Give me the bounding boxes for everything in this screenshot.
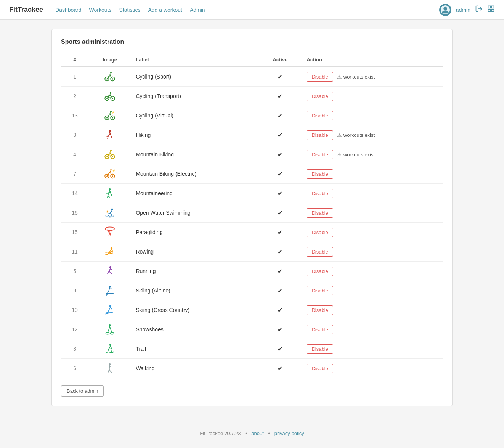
sport-icon-paragliding — [93, 226, 127, 238]
sport-action: Disable — [302, 300, 443, 320]
sport-id: 2 — [61, 87, 88, 106]
warning-icon: ⚠ — [337, 74, 342, 80]
main-content: Sports administration # Image Label Acti… — [42, 20, 462, 415]
sport-image — [88, 281, 131, 300]
disable-button[interactable]: Disable — [307, 286, 333, 295]
brand-logo[interactable]: FitTrackee — [9, 6, 43, 14]
sport-active: ✔ — [258, 125, 302, 145]
svg-point-37 — [111, 208, 113, 210]
sport-icon-hiking — [93, 129, 127, 141]
sport-label: Skiing (Cross Country) — [131, 300, 258, 320]
warning-icon: ⚠ — [337, 132, 342, 138]
sport-active: ✔ — [258, 339, 302, 359]
logout-icon[interactable] — [475, 5, 483, 14]
svg-point-36 — [109, 188, 111, 190]
svg-point-16 — [110, 92, 112, 93]
svg-text:⚡: ⚡ — [112, 111, 115, 114]
footer-dot-2: • — [268, 430, 270, 436]
disable-button[interactable]: Disable — [307, 228, 333, 237]
sport-action: Disable — [302, 359, 443, 378]
svg-point-44 — [109, 286, 111, 287]
sport-label: Trail — [131, 339, 258, 359]
sport-id: 9 — [61, 281, 88, 300]
sport-action: Disable — [302, 262, 443, 281]
nav-workouts[interactable]: Workouts — [89, 7, 112, 13]
disable-button[interactable]: Disable — [307, 344, 333, 354]
sport-image — [88, 67, 131, 87]
nav-add-workout[interactable]: Add a workout — [148, 7, 182, 13]
col-header-active: Active — [258, 53, 302, 67]
disable-button[interactable]: Disable — [307, 247, 333, 257]
sport-label: Mountain Biking — [131, 145, 258, 164]
sport-id: 7 — [61, 164, 88, 184]
username: admin — [456, 7, 470, 13]
sport-icon-open-water-swimming: ☀ — [93, 207, 127, 218]
disable-button[interactable]: Disable — [307, 169, 333, 179]
card-title: Sports administration — [61, 39, 443, 45]
disable-button[interactable]: Disable — [307, 325, 333, 334]
sport-action: Disable ⚠ workouts exist — [302, 125, 443, 145]
sport-active: ✔ — [258, 223, 302, 242]
svg-point-41 — [111, 247, 112, 249]
sport-active: ✔ — [258, 184, 302, 203]
disable-button[interactable]: Disable — [307, 267, 333, 276]
navbar-right: admin — [439, 4, 495, 16]
footer-version: v0.7.23 — [225, 430, 241, 436]
disable-button[interactable]: Disable — [307, 130, 333, 140]
table-row: 9 Skiing (Alpine) ✔ Disable — [61, 281, 443, 300]
sport-label: Cycling (Sport) — [131, 67, 258, 87]
svg-point-49 — [109, 344, 111, 346]
sport-label: Mountain Biking (Electric) — [131, 164, 258, 184]
sport-label: Cycling (Virtual) — [131, 106, 258, 125]
disable-button[interactable]: Disable — [307, 208, 333, 218]
sport-active: ✔ — [258, 359, 302, 378]
sport-action: Disable ⚠ workouts exist — [302, 145, 443, 164]
footer-privacy-link[interactable]: privacy policy — [274, 430, 304, 436]
sport-image — [88, 320, 131, 339]
disable-button[interactable]: Disable — [307, 150, 333, 159]
disable-button[interactable]: Disable — [307, 111, 333, 120]
disable-button[interactable]: Disable — [307, 189, 333, 198]
sport-image: ⚡ — [88, 106, 131, 125]
sport-label: Paragliding — [131, 223, 258, 242]
nav-dashboard[interactable]: Dashboard — [55, 7, 82, 13]
workout-warning-text: workouts exist — [343, 74, 375, 80]
sport-icon-skiing-alpine — [93, 285, 127, 296]
footer-brand: FitTrackee — [200, 430, 223, 436]
table-row: 5 Running ✔ Disable — [61, 262, 443, 281]
sport-active: ✔ — [258, 87, 302, 106]
nav-admin[interactable]: Admin — [190, 7, 205, 13]
sport-label: Open Water Swimming — [131, 203, 258, 223]
disable-button[interactable]: Disable — [307, 92, 333, 101]
sport-action: Disable — [302, 164, 443, 184]
workout-warning: ⚠ workouts exist — [337, 151, 375, 157]
sport-image — [88, 300, 131, 320]
sport-action: Disable — [302, 106, 443, 125]
footer-about-link[interactable]: about — [251, 430, 264, 436]
disable-button[interactable]: Disable — [307, 305, 333, 315]
sport-active: ✔ — [258, 262, 302, 281]
sport-active: ✔ — [258, 164, 302, 184]
user-avatar — [439, 4, 451, 16]
back-to-admin-button[interactable]: Back to admin — [61, 385, 104, 397]
col-header-id: # — [61, 53, 88, 67]
workout-warning: ⚠ workouts exist — [337, 74, 375, 80]
col-header-action: Action — [302, 53, 443, 67]
sport-label: Cycling (Transport) — [131, 87, 258, 106]
table-row: 3 Hiking ✔ Disable ⚠ workouts exist — [61, 125, 443, 145]
sport-icon-snowshoes — [93, 324, 127, 335]
nav-statistics[interactable]: Statistics — [119, 7, 140, 13]
disable-button[interactable]: Disable — [307, 364, 333, 373]
svg-point-24 — [109, 130, 111, 132]
sport-id: 12 — [61, 320, 88, 339]
table-row: 15 Paragliding ✔ Disable — [61, 223, 443, 242]
disable-button[interactable]: Disable — [307, 72, 333, 82]
sport-active: ✔ — [258, 320, 302, 339]
settings-icon[interactable] — [487, 5, 495, 14]
table-row: 7 ⚡ Mountain Biking (Electric) ✔ Disable — [61, 164, 443, 184]
sport-icon-walking — [93, 363, 127, 374]
sport-id: 3 — [61, 125, 88, 145]
workout-warning-text: workouts exist — [343, 152, 375, 157]
svg-point-43 — [109, 266, 111, 268]
sport-action: Disable — [302, 281, 443, 300]
